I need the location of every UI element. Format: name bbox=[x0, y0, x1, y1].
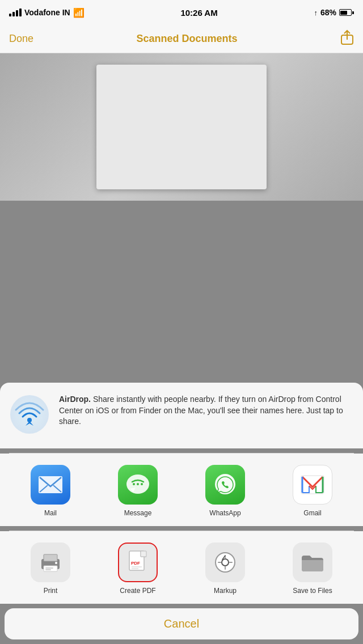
carrier-label: Vodafone IN bbox=[24, 8, 70, 17]
app-gmail[interactable]: Gmail bbox=[293, 465, 332, 517]
svg-point-12 bbox=[141, 483, 143, 485]
markup-icon bbox=[214, 551, 237, 574]
airdrop-panel: AirDrop. Share instantly with people nea… bbox=[0, 383, 363, 448]
action-save-to-files[interactable]: Save to Files bbox=[293, 543, 332, 595]
markup-icon-wrap bbox=[205, 543, 245, 582]
action-create-pdf[interactable]: PDF Create PDF bbox=[118, 543, 158, 595]
status-left: Vodafone IN 📶 bbox=[9, 7, 85, 18]
print-icon-wrap bbox=[31, 543, 70, 582]
save-to-files-label: Save to Files bbox=[293, 587, 332, 595]
svg-point-3 bbox=[27, 418, 32, 422]
gmail-label: Gmail bbox=[303, 509, 321, 517]
svg-point-10 bbox=[133, 483, 135, 485]
whatsapp-icon bbox=[205, 465, 245, 505]
action-print[interactable]: Print bbox=[31, 543, 70, 595]
svg-rect-16 bbox=[44, 554, 57, 561]
actions-row: Print PDF Create PDF bbox=[0, 543, 363, 595]
svg-rect-18 bbox=[45, 567, 53, 569]
share-icon bbox=[340, 29, 354, 45]
app-whatsapp[interactable]: WhatsApp bbox=[205, 465, 245, 517]
status-right: ↑ 68% bbox=[314, 8, 354, 17]
airdrop-title: AirDrop. bbox=[59, 395, 91, 404]
actions-panel: Print PDF Create PDF bbox=[0, 531, 363, 604]
app-mail[interactable]: Mail bbox=[31, 465, 70, 517]
airdrop-icon bbox=[9, 394, 50, 437]
create-pdf-icon: PDF bbox=[127, 550, 149, 575]
svg-rect-19 bbox=[45, 569, 51, 570]
airdrop-description: AirDrop. Share instantly with people nea… bbox=[59, 394, 354, 427]
page-title: Scanned Documents bbox=[136, 33, 237, 45]
print-icon bbox=[39, 552, 62, 573]
markup-label: Markup bbox=[214, 587, 237, 595]
gmail-icon bbox=[293, 465, 332, 505]
save-to-files-icon bbox=[301, 552, 324, 573]
time-label: 10:26 AM bbox=[180, 8, 217, 18]
app-message[interactable]: Message bbox=[118, 465, 158, 517]
cancel-button[interactable]: Cancel bbox=[14, 617, 349, 630]
battery-label: 68% bbox=[320, 8, 336, 17]
create-pdf-label: Create PDF bbox=[120, 587, 155, 595]
message-label: Message bbox=[124, 509, 152, 517]
print-label: Print bbox=[44, 587, 58, 595]
status-bar: Vodafone IN 📶 10:26 AM ↑ 68% bbox=[0, 0, 363, 25]
location-icon: ↑ bbox=[314, 9, 318, 17]
mail-label: Mail bbox=[44, 509, 57, 517]
battery-icon bbox=[339, 9, 354, 16]
mail-icon bbox=[31, 465, 70, 505]
save-to-files-icon-wrap bbox=[293, 543, 332, 582]
nav-bar: Done Scanned Documents bbox=[0, 25, 363, 53]
share-sheet: AirDrop. Share instantly with people nea… bbox=[0, 383, 363, 644]
whatsapp-label: WhatsApp bbox=[209, 509, 240, 517]
airdrop-body: Share instantly with people nearby. If t… bbox=[59, 395, 343, 426]
svg-point-20 bbox=[55, 562, 57, 564]
wifi-icon: 📶 bbox=[73, 7, 85, 18]
svg-point-2 bbox=[10, 395, 49, 434]
svg-point-11 bbox=[137, 483, 139, 485]
create-pdf-icon-wrap: PDF bbox=[118, 543, 158, 582]
apps-panel: Mail Message bbox=[0, 454, 363, 526]
document-preview bbox=[0, 53, 363, 201]
done-button[interactable]: Done bbox=[9, 33, 33, 45]
svg-text:PDF: PDF bbox=[131, 561, 140, 566]
action-markup[interactable]: Markup bbox=[205, 543, 245, 595]
message-icon bbox=[118, 465, 158, 505]
cancel-panel: Cancel bbox=[5, 608, 358, 639]
signal-icon bbox=[9, 9, 22, 16]
share-button[interactable] bbox=[340, 29, 354, 48]
svg-rect-22 bbox=[141, 551, 146, 557]
apps-row: Mail Message bbox=[0, 465, 363, 517]
